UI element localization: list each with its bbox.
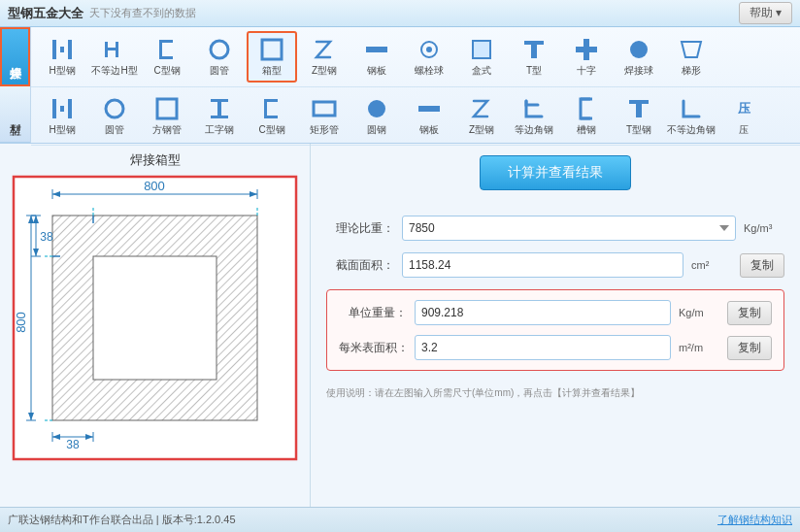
svg-rect-3 [105, 42, 108, 57]
toolbar-section-tabs: 焊接 型材 [0, 27, 31, 143]
z-beam2-icon [468, 95, 495, 122]
press-icon: 压 [730, 95, 757, 122]
density-unit: Kg/m³ [744, 222, 784, 234]
h-beam-icon [49, 36, 76, 63]
instruction-text: 使用说明：请在左图输入所需尺寸(单位mm)，再点击【计算并查看结果】 [326, 382, 784, 404]
status-right[interactable]: 了解钢结构知识 [717, 513, 792, 527]
toolbar-row-1: H型钢 不等边H型 C型钢 圆管 [31, 27, 800, 87]
tool-box-type[interactable]: 盒式 [456, 32, 507, 82]
c-beam2-icon [258, 95, 285, 122]
svg-rect-34 [418, 106, 440, 112]
svg-rect-28 [217, 102, 221, 116]
tool-unequal-h[interactable]: 不等边H型 [89, 32, 140, 82]
press-label: 压 [739, 123, 749, 137]
tool-equal-angle[interactable]: 等边角钢 [509, 91, 559, 141]
box-beam-label: 箱型 [262, 64, 282, 78]
tool-press[interactable]: 压 压 [718, 91, 769, 141]
tool-rect-tube[interactable]: 矩形管 [299, 91, 350, 141]
tool-t-beam[interactable]: T型 [509, 32, 559, 82]
help-button[interactable]: 帮助 ▾ [739, 2, 792, 24]
tool-round-steel[interactable]: 圆钢 [351, 91, 402, 141]
surface-copy-button[interactable]: 复制 [727, 336, 772, 360]
tool-steel-plate[interactable]: 钢板 [351, 32, 402, 82]
surface-input[interactable] [415, 335, 671, 360]
weight-unit: Kg/m [679, 307, 719, 318]
t-beam2-label: T型钢 [626, 123, 651, 137]
tool-c-beam2[interactable]: C型钢 [247, 91, 297, 141]
density-select[interactable]: 7850 [402, 216, 736, 241]
area-unit: cm² [691, 259, 732, 271]
tool-unequal-angle[interactable]: 不等边角钢 [666, 91, 717, 141]
tool-h-beam2[interactable]: H型钢 [37, 91, 87, 141]
weight-input[interactable] [415, 300, 671, 325]
section-tab-weld[interactable]: 焊接 [0, 27, 30, 86]
tool-round-tube[interactable]: 圆管 [194, 32, 245, 82]
equal-angle-icon [520, 95, 548, 122]
svg-text:800: 800 [14, 312, 28, 333]
square-tube-icon [153, 95, 181, 122]
z-beam-icon [311, 36, 338, 63]
diagram-area: 800 800 38 [12, 175, 298, 461]
app-subtitle: 天下没有查不到的数据 [89, 6, 196, 20]
svg-text:38: 38 [66, 438, 80, 451]
i-beam-icon [206, 95, 233, 122]
unequal-angle-label: 不等边角钢 [667, 123, 716, 137]
status-left: 广联达钢结构和T作台联合出品 | 版本号:1.2.0.45 [8, 513, 236, 527]
rect-tube-icon [311, 95, 338, 122]
cross-label: 十字 [577, 64, 596, 78]
round-steel-label: 圆钢 [367, 123, 386, 137]
toolbar: 焊接 型材 H型钢 不等边H型 C型钢 [0, 27, 800, 144]
tool-trapezoid[interactable]: 梯形 [666, 32, 717, 82]
tool-c-beam[interactable]: C型钢 [142, 32, 192, 82]
diagram-svg: 800 800 38 [12, 175, 298, 461]
round-tube-icon [206, 36, 233, 63]
t-beam-icon [520, 36, 548, 63]
svg-rect-15 [524, 41, 544, 45]
svg-rect-16 [531, 45, 537, 58]
tool-round-tube2[interactable]: 圆管 [89, 91, 140, 141]
tool-z-beam2[interactable]: Z型钢 [456, 91, 507, 141]
trapezoid-icon [678, 36, 705, 63]
svg-rect-2 [68, 40, 72, 59]
tool-i-beam[interactable]: 工字钢 [194, 91, 245, 141]
diagram-panel: 焊接箱型 800 [0, 144, 311, 507]
svg-rect-8 [159, 40, 162, 59]
weld-ball-icon [625, 36, 652, 63]
tool-t-beam2[interactable]: T型钢 [614, 91, 664, 141]
title-bar: 型钢五金大全 天下没有查不到的数据 帮助 ▾ [0, 0, 800, 27]
channel-icon [573, 95, 600, 122]
box-beam-icon [258, 36, 285, 63]
tool-bolt-ball[interactable]: 螺栓球 [404, 32, 454, 82]
tool-box-beam[interactable]: 箱型 [247, 31, 297, 83]
weight-copy-button[interactable]: 复制 [727, 301, 772, 325]
tool-weld-ball[interactable]: 焊接球 [614, 32, 664, 82]
app-title: 型钢五金大全 [8, 5, 83, 22]
svg-rect-35 [629, 100, 649, 104]
svg-rect-4 [108, 48, 116, 50]
unequal-h-label: 不等边H型 [91, 64, 137, 78]
steel-plate-label: 钢板 [367, 64, 386, 78]
cross-icon [573, 36, 600, 63]
tool-steel-plate2[interactable]: 钢板 [404, 91, 454, 141]
svg-rect-18 [576, 47, 597, 52]
area-copy-button[interactable]: 复制 [740, 253, 784, 278]
tool-channel[interactable]: 槽钢 [561, 91, 612, 141]
area-input[interactable] [402, 252, 683, 278]
svg-point-24 [106, 100, 123, 117]
round-tube2-label: 圆管 [105, 123, 124, 137]
steel-plate2-icon [416, 95, 443, 122]
tool-cross[interactable]: 十字 [561, 32, 612, 82]
round-steel-icon [363, 95, 390, 122]
svg-rect-5 [116, 42, 118, 57]
tool-h-beam[interactable]: H型钢 [37, 32, 87, 82]
calc-button[interactable]: 计算并查看结果 [480, 155, 631, 190]
tool-square-tube[interactable]: 方钢管 [142, 91, 192, 141]
section-tab-material[interactable]: 型材 [0, 86, 30, 143]
tool-z-beam[interactable]: Z型钢 [299, 32, 350, 82]
svg-marker-20 [682, 42, 701, 57]
surface-label: 每米表面积： [339, 340, 407, 356]
h-beam2-label: H型钢 [49, 123, 75, 137]
equal-angle-label: 等边角钢 [515, 123, 553, 137]
svg-rect-23 [68, 99, 72, 118]
steel-plate-icon [363, 36, 390, 63]
